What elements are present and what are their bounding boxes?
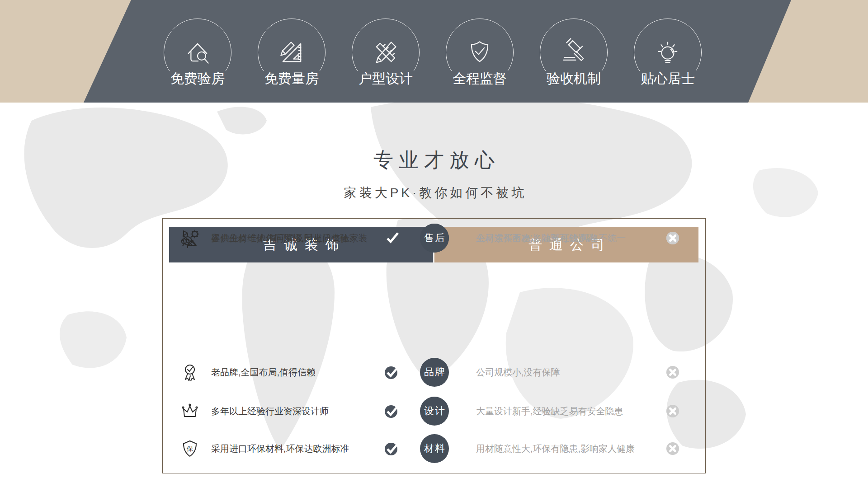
service-label: 全程监督	[449, 71, 510, 86]
service-label: 免费验房	[167, 71, 228, 86]
service-label: 贴心居士	[637, 71, 698, 86]
cross-icon	[666, 442, 679, 455]
comparison-row-aftersale: 客户价值维护,有问题及时上门查验 售后 公司运作不稳定,随时可能跑路	[163, 219, 705, 258]
comparison-row-design: 多年以上经验行业资深设计师 设计 大量设计新手,经验缺乏易有安全隐患	[163, 392, 705, 431]
service-item-free-measure: 免费量房	[258, 19, 326, 86]
house-search-icon	[181, 36, 214, 69]
check-icon	[384, 403, 399, 419]
crown-icon	[180, 401, 200, 421]
top-banner: 免费验房 免费量房	[0, 0, 868, 103]
category-badge: 售后	[420, 224, 449, 253]
service-item-considerate: 贴心居士	[634, 19, 702, 86]
service-item-supervision: 全程监督	[446, 19, 514, 86]
con-text: 用材随意性大,环保有隐患,影响家人健康	[476, 443, 635, 455]
category-badge: 材料	[420, 434, 449, 463]
gears-icon	[180, 228, 200, 248]
service-label: 户型设计	[355, 71, 416, 86]
cross-icon	[666, 365, 679, 379]
comparison-table: 吉诚装饰 普通公司 老品牌,全国布局,值得信赖 品牌 公司规模小,没	[162, 218, 706, 473]
service-item-free-inspection: 免费验房	[164, 19, 231, 86]
hero-section: 专业才放心 家装大PK·教你如何不被坑 吉诚装饰 普通公司 老品牌,全国布局,值…	[0, 103, 868, 487]
shield-check-icon	[463, 36, 496, 69]
con-text: 公司规模小,没有保障	[476, 366, 560, 379]
con-text: 公司运作不稳定,随时可能跑路	[476, 232, 596, 244]
check-icon	[384, 230, 399, 246]
svg-text:保: 保	[186, 445, 193, 452]
category-badge: 设计	[420, 397, 449, 426]
gavel-icon	[557, 36, 590, 69]
pro-text: 多年以上经验行业资深设计师	[211, 405, 329, 417]
section-subtitle: 家装大PK·教你如何不被坑	[0, 186, 868, 200]
medal-icon	[180, 362, 200, 382]
pencil-ruler-icon	[369, 36, 402, 69]
pro-text: 采用进口环保材料,环保达欧洲标准	[211, 443, 349, 455]
check-icon	[384, 365, 399, 380]
cross-icon	[666, 231, 679, 245]
lightbulb-icon	[651, 36, 684, 69]
con-text: 大量设计新手,经验缺乏易有安全隐患	[476, 405, 623, 417]
service-item-acceptance: 验收机制	[540, 19, 608, 86]
service-item-layout-design: 户型设计	[352, 19, 420, 86]
pro-text: 客户价值维护,有问题及时上门查验	[211, 232, 349, 244]
page: 免费验房 免费量房	[0, 0, 868, 487]
comparison-row-material: 保 采用进口环保材料,环保达欧洲标准 材料 用材随意性大,环保有隐患,影响家人健…	[163, 429, 705, 468]
check-icon	[384, 441, 399, 456]
category-badge: 品牌	[420, 358, 449, 387]
pro-text: 老品牌,全国布局,值得信赖	[211, 366, 316, 379]
service-list: 免费验房 免费量房	[164, 19, 702, 86]
section-title: 专业才放心	[0, 149, 868, 171]
comparison-row-brand: 老品牌,全国布局,值得信赖 品牌 公司规模小,没有保障	[163, 353, 705, 392]
cross-icon	[666, 404, 679, 418]
service-label: 验收机制	[543, 71, 604, 86]
service-label: 免费量房	[261, 71, 322, 86]
shield-bao-icon: 保	[180, 439, 200, 459]
set-square-icon	[275, 36, 308, 69]
